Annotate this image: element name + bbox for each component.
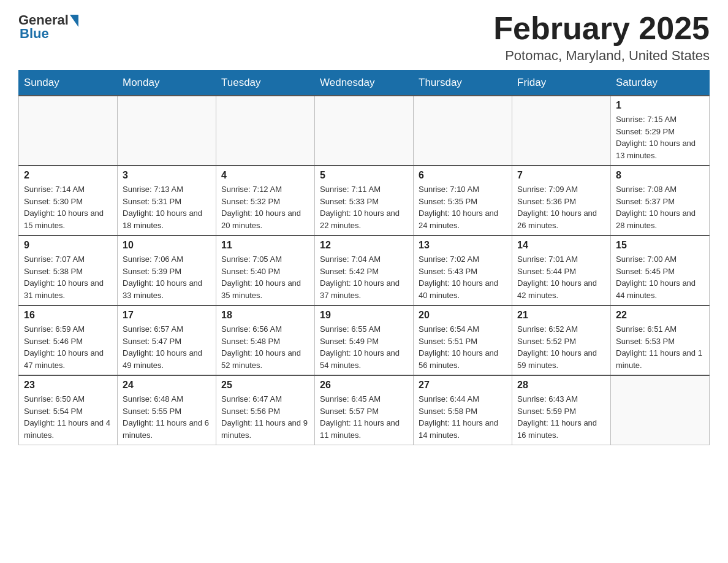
- day-info: Sunrise: 6:56 AM Sunset: 5:48 PM Dayligh…: [221, 323, 309, 371]
- day-number: 16: [24, 310, 112, 321]
- day-info: Sunrise: 6:52 AM Sunset: 5:52 PM Dayligh…: [517, 323, 605, 371]
- day-of-week-header: Friday: [512, 71, 611, 96]
- day-number: 22: [616, 310, 704, 321]
- day-info: Sunrise: 7:14 AM Sunset: 5:30 PM Dayligh…: [24, 183, 112, 231]
- day-info: Sunrise: 7:07 AM Sunset: 5:38 PM Dayligh…: [24, 253, 112, 301]
- day-info: Sunrise: 6:59 AM Sunset: 5:46 PM Dayligh…: [24, 323, 112, 371]
- day-number: 20: [419, 310, 507, 321]
- day-number: 2: [24, 170, 112, 181]
- day-number: 9: [24, 240, 112, 251]
- calendar-day-cell: [611, 375, 710, 445]
- calendar-day-cell: 4Sunrise: 7:12 AM Sunset: 5:32 PM Daylig…: [216, 166, 315, 236]
- day-number: 14: [517, 240, 605, 251]
- calendar-day-cell: 1Sunrise: 7:15 AM Sunset: 5:29 PM Daylig…: [611, 96, 710, 166]
- calendar-day-cell: 2Sunrise: 7:14 AM Sunset: 5:30 PM Daylig…: [19, 166, 118, 236]
- day-number: 23: [24, 380, 112, 391]
- calendar-day-cell: 27Sunrise: 6:44 AM Sunset: 5:58 PM Dayli…: [414, 375, 512, 445]
- day-number: 11: [221, 240, 309, 251]
- calendar-day-cell: 20Sunrise: 6:54 AM Sunset: 5:51 PM Dayli…: [414, 305, 512, 375]
- day-info: Sunrise: 6:55 AM Sunset: 5:49 PM Dayligh…: [320, 323, 408, 371]
- day-number: 24: [123, 380, 211, 391]
- day-number: 27: [419, 380, 507, 391]
- calendar-day-cell: 14Sunrise: 7:01 AM Sunset: 5:44 PM Dayli…: [512, 236, 611, 305]
- location-title: Potomac, Maryland, United States: [493, 48, 710, 64]
- calendar-day-cell: [19, 96, 118, 166]
- day-info: Sunrise: 7:09 AM Sunset: 5:36 PM Dayligh…: [517, 183, 605, 231]
- calendar-day-cell: 28Sunrise: 6:43 AM Sunset: 5:59 PM Dayli…: [512, 375, 611, 445]
- day-info: Sunrise: 7:02 AM Sunset: 5:43 PM Dayligh…: [419, 253, 507, 301]
- calendar-day-cell: 11Sunrise: 7:05 AM Sunset: 5:40 PM Dayli…: [216, 236, 315, 305]
- calendar-day-cell: 13Sunrise: 7:02 AM Sunset: 5:43 PM Dayli…: [414, 236, 512, 305]
- day-info: Sunrise: 7:15 AM Sunset: 5:29 PM Dayligh…: [616, 113, 704, 161]
- calendar-header-row: SundayMondayTuesdayWednesdayThursdayFrid…: [19, 71, 710, 96]
- calendar-day-cell: 5Sunrise: 7:11 AM Sunset: 5:33 PM Daylig…: [315, 166, 414, 236]
- day-info: Sunrise: 7:10 AM Sunset: 5:35 PM Dayligh…: [419, 183, 507, 231]
- day-number: 12: [320, 240, 408, 251]
- calendar-day-cell: 3Sunrise: 7:13 AM Sunset: 5:31 PM Daylig…: [118, 166, 216, 236]
- day-number: 1: [616, 100, 704, 111]
- day-info: Sunrise: 6:54 AM Sunset: 5:51 PM Dayligh…: [419, 323, 507, 371]
- day-number: 25: [221, 380, 309, 391]
- page-header: General Blue February 2025 Potomac, Mary…: [18, 12, 710, 64]
- day-info: Sunrise: 7:11 AM Sunset: 5:33 PM Dayligh…: [320, 183, 408, 231]
- day-of-week-header: Monday: [118, 71, 216, 96]
- calendar-week-row: 16Sunrise: 6:59 AM Sunset: 5:46 PM Dayli…: [19, 305, 710, 375]
- day-info: Sunrise: 7:01 AM Sunset: 5:44 PM Dayligh…: [517, 253, 605, 301]
- calendar-day-cell: 25Sunrise: 6:47 AM Sunset: 5:56 PM Dayli…: [216, 375, 315, 445]
- day-info: Sunrise: 6:50 AM Sunset: 5:54 PM Dayligh…: [24, 393, 112, 441]
- day-number: 15: [616, 240, 704, 251]
- calendar-week-row: 2Sunrise: 7:14 AM Sunset: 5:30 PM Daylig…: [19, 166, 710, 236]
- calendar-day-cell: 12Sunrise: 7:04 AM Sunset: 5:42 PM Dayli…: [315, 236, 414, 305]
- calendar-table: SundayMondayTuesdayWednesdayThursdayFrid…: [18, 70, 710, 445]
- calendar-day-cell: 6Sunrise: 7:10 AM Sunset: 5:35 PM Daylig…: [414, 166, 512, 236]
- calendar-week-row: 9Sunrise: 7:07 AM Sunset: 5:38 PM Daylig…: [19, 236, 710, 305]
- day-info: Sunrise: 6:43 AM Sunset: 5:59 PM Dayligh…: [517, 393, 605, 441]
- calendar-day-cell: 8Sunrise: 7:08 AM Sunset: 5:37 PM Daylig…: [611, 166, 710, 236]
- calendar-day-cell: 24Sunrise: 6:48 AM Sunset: 5:55 PM Dayli…: [118, 375, 216, 445]
- day-number: 8: [616, 170, 704, 181]
- day-number: 26: [320, 380, 408, 391]
- day-number: 13: [419, 240, 507, 251]
- title-section: February 2025 Potomac, Maryland, United …: [493, 12, 710, 64]
- day-info: Sunrise: 7:12 AM Sunset: 5:32 PM Dayligh…: [221, 183, 309, 231]
- calendar-day-cell: 22Sunrise: 6:51 AM Sunset: 5:53 PM Dayli…: [611, 305, 710, 375]
- day-number: 7: [517, 170, 605, 181]
- day-info: Sunrise: 7:00 AM Sunset: 5:45 PM Dayligh…: [616, 253, 704, 301]
- day-info: Sunrise: 7:08 AM Sunset: 5:37 PM Dayligh…: [616, 183, 704, 231]
- day-number: 17: [123, 310, 211, 321]
- day-info: Sunrise: 6:48 AM Sunset: 5:55 PM Dayligh…: [123, 393, 211, 441]
- day-info: Sunrise: 7:06 AM Sunset: 5:39 PM Dayligh…: [123, 253, 211, 301]
- day-number: 10: [123, 240, 211, 251]
- calendar-day-cell: 9Sunrise: 7:07 AM Sunset: 5:38 PM Daylig…: [19, 236, 118, 305]
- day-of-week-header: Thursday: [414, 71, 512, 96]
- calendar-day-cell: [216, 96, 315, 166]
- logo: General Blue: [18, 12, 78, 42]
- calendar-day-cell: 26Sunrise: 6:45 AM Sunset: 5:57 PM Dayli…: [315, 375, 414, 445]
- day-info: Sunrise: 6:57 AM Sunset: 5:47 PM Dayligh…: [123, 323, 211, 371]
- day-of-week-header: Tuesday: [216, 71, 315, 96]
- day-info: Sunrise: 6:51 AM Sunset: 5:53 PM Dayligh…: [616, 323, 704, 371]
- day-number: 6: [419, 170, 507, 181]
- calendar-day-cell: 17Sunrise: 6:57 AM Sunset: 5:47 PM Dayli…: [118, 305, 216, 375]
- day-info: Sunrise: 6:45 AM Sunset: 5:57 PM Dayligh…: [320, 393, 408, 441]
- logo-arrow-icon: [70, 15, 78, 27]
- day-info: Sunrise: 7:13 AM Sunset: 5:31 PM Dayligh…: [123, 183, 211, 231]
- calendar-day-cell: [414, 96, 512, 166]
- calendar-day-cell: 16Sunrise: 6:59 AM Sunset: 5:46 PM Dayli…: [19, 305, 118, 375]
- day-number: 3: [123, 170, 211, 181]
- day-of-week-header: Sunday: [19, 71, 118, 96]
- day-number: 18: [221, 310, 309, 321]
- calendar-week-row: 1Sunrise: 7:15 AM Sunset: 5:29 PM Daylig…: [19, 96, 710, 166]
- day-number: 4: [221, 170, 309, 181]
- day-number: 19: [320, 310, 408, 321]
- day-number: 21: [517, 310, 605, 321]
- calendar-day-cell: 23Sunrise: 6:50 AM Sunset: 5:54 PM Dayli…: [19, 375, 118, 445]
- calendar-day-cell: 10Sunrise: 7:06 AM Sunset: 5:39 PM Dayli…: [118, 236, 216, 305]
- calendar-day-cell: 7Sunrise: 7:09 AM Sunset: 5:36 PM Daylig…: [512, 166, 611, 236]
- day-of-week-header: Saturday: [611, 71, 710, 96]
- day-info: Sunrise: 6:47 AM Sunset: 5:56 PM Dayligh…: [221, 393, 309, 441]
- calendar-day-cell: [512, 96, 611, 166]
- calendar-day-cell: [315, 96, 414, 166]
- day-number: 28: [517, 380, 605, 391]
- calendar-day-cell: 19Sunrise: 6:55 AM Sunset: 5:49 PM Dayli…: [315, 305, 414, 375]
